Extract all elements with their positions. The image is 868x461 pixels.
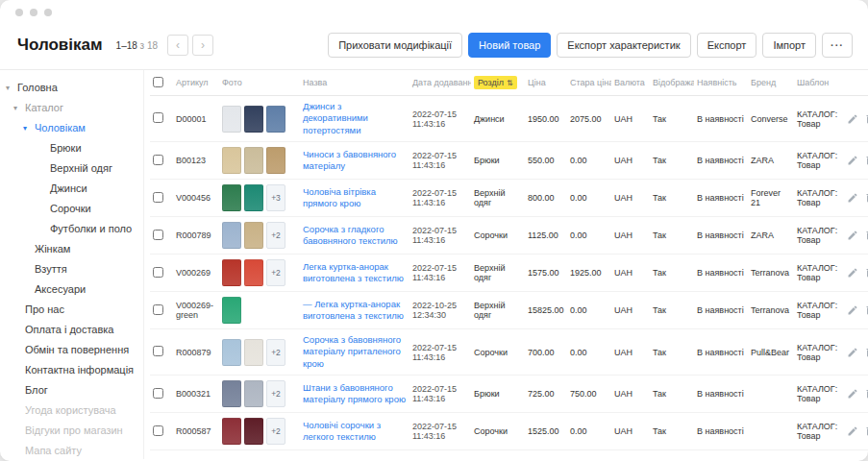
product-name-link[interactable]: Чоловіча вітрівка прямого крою (303, 186, 376, 208)
more-photos-badge[interactable]: +2 (266, 222, 285, 249)
row-checkbox[interactable] (153, 425, 163, 436)
sidebar-item-7[interactable]: Футболки и поло (0, 219, 143, 239)
product-thumbnail[interactable] (244, 184, 263, 211)
product-thumbnail[interactable] (222, 184, 241, 211)
section-sort-control[interactable]: Розділ ⇅ (474, 76, 517, 89)
col-header-old-price[interactable]: Стара ціна (567, 70, 611, 96)
more-photos-badge[interactable]: +2 (266, 259, 285, 286)
col-header-currency[interactable]: Валюта (611, 70, 650, 96)
sidebar-item-3[interactable]: Брюки (0, 138, 143, 158)
product-thumbnail[interactable] (222, 418, 241, 445)
row-checkbox[interactable] (153, 267, 163, 278)
row-checkbox[interactable] (153, 304, 163, 315)
row-checkbox[interactable] (153, 155, 163, 165)
sidebar-item-15[interactable]: Блог (0, 380, 143, 400)
product-thumbnail[interactable] (244, 222, 263, 249)
next-page-button[interactable]: › (192, 35, 213, 56)
chevron-down-icon[interactable]: ▾ (6, 78, 17, 98)
product-thumbnail[interactable] (222, 259, 241, 286)
sidebar-item-9[interactable]: Взуття (0, 259, 143, 279)
sidebar-item-6[interactable]: Сорочки (0, 199, 143, 219)
import-button[interactable]: Імпорт (762, 33, 816, 58)
sidebar-item-0[interactable]: ▾Головна (0, 78, 143, 98)
delete-icon[interactable] (864, 388, 868, 400)
col-header-availability[interactable]: Наявність (694, 70, 748, 96)
row-checkbox[interactable] (153, 192, 163, 203)
export-button[interactable]: Експорт (697, 33, 757, 58)
delete-icon[interactable] (864, 425, 868, 437)
col-header-display[interactable]: Відображати (650, 70, 694, 96)
sidebar-item-18[interactable]: Мапа сайту (0, 441, 143, 459)
chevron-down-icon[interactable]: ▾ (13, 98, 25, 118)
product-thumbnail[interactable] (222, 147, 241, 174)
more-actions-button[interactable]: ··· (822, 33, 853, 58)
product-name-link[interactable]: Штани з бавовняного матеріалу прямого кр… (303, 382, 406, 404)
sidebar-item-14[interactable]: Контактна інформація (0, 360, 143, 380)
product-name-link[interactable]: — Легка куртка-анорак виготовлена з текс… (303, 299, 404, 321)
delete-icon[interactable] (864, 230, 868, 241)
delete-icon[interactable] (864, 267, 868, 279)
row-checkbox[interactable] (153, 346, 163, 356)
delete-icon[interactable] (864, 155, 868, 166)
row-checkbox[interactable] (153, 230, 163, 240)
sidebar-item-1[interactable]: ▾Каталог (0, 98, 143, 118)
product-thumbnail[interactable] (222, 222, 241, 249)
product-thumbnail[interactable] (222, 380, 241, 407)
sidebar-item-4[interactable]: Верхній одяг (0, 158, 143, 179)
edit-icon[interactable] (847, 347, 858, 358)
select-all-checkbox[interactable] (153, 77, 163, 87)
edit-icon[interactable] (847, 155, 858, 166)
more-photos-badge[interactable]: +2 (266, 339, 285, 366)
product-name-link[interactable]: Сорочка з гладкого бавовняного текстилю (303, 224, 398, 246)
window-control-minimize[interactable] (30, 9, 37, 16)
product-name-link[interactable]: Чиноси з бавовняного матеріалу (303, 149, 396, 171)
delete-icon[interactable] (864, 304, 868, 316)
col-header-date[interactable]: Дата додавання (409, 70, 471, 96)
sidebar-item-10[interactable]: Аксесуари (0, 279, 143, 300)
delete-icon[interactable] (864, 113, 868, 125)
product-name-link[interactable]: Сорочка з бавовняного матеріалу притален… (303, 334, 401, 369)
window-control-close[interactable] (15, 9, 23, 16)
edit-icon[interactable] (847, 230, 858, 241)
product-thumbnail[interactable] (244, 259, 263, 286)
product-thumbnail[interactable] (222, 106, 241, 133)
col-header-template[interactable]: Шаблон (794, 70, 846, 96)
sidebar-item-17[interactable]: Відгуки про магазин (0, 421, 143, 441)
delete-icon[interactable] (864, 347, 868, 358)
col-header-price[interactable]: Ціна (525, 70, 567, 96)
product-thumbnail[interactable] (266, 106, 285, 133)
sidebar-item-13[interactable]: Обмін та повернення (0, 340, 143, 360)
product-name-link[interactable]: Джинси з декоративними потертостями (303, 101, 368, 135)
col-header-name[interactable]: Назва (300, 70, 409, 96)
edit-icon[interactable] (847, 388, 858, 400)
export-characteristics-button[interactable]: Експорт характеристик (557, 33, 690, 58)
more-photos-badge[interactable]: +2 (266, 380, 285, 407)
col-header-brand[interactable]: Бренд (748, 70, 794, 96)
col-header-sku[interactable]: Артикул (173, 70, 219, 96)
row-checkbox[interactable] (153, 112, 163, 123)
product-thumbnail[interactable] (244, 418, 263, 445)
product-thumbnail[interactable] (222, 339, 241, 366)
product-name-link[interactable]: Чоловічі сорочки з легкого текстилю (303, 420, 381, 442)
chevron-down-icon[interactable]: ▾ (23, 118, 35, 138)
sidebar-item-2[interactable]: ▾Чоловікам (0, 118, 143, 138)
edit-icon[interactable] (847, 304, 858, 316)
sidebar-item-11[interactable]: Про нас (0, 300, 143, 320)
edit-icon[interactable] (847, 425, 858, 437)
product-thumbnail[interactable] (244, 339, 263, 366)
edit-icon[interactable] (847, 192, 858, 204)
more-photos-badge[interactable]: +3 (266, 184, 285, 211)
delete-icon[interactable] (864, 192, 868, 204)
product-thumbnail[interactable] (244, 106, 263, 133)
product-thumbnail[interactable] (244, 147, 263, 174)
sidebar-item-16[interactable]: Угода користувача (0, 400, 143, 421)
sidebar-item-5[interactable]: Джинси (0, 179, 143, 199)
product-name-link[interactable]: Легка куртка-анорак виготовлена з тексти… (303, 261, 404, 283)
more-photos-badge[interactable]: +2 (266, 418, 285, 445)
product-thumbnail[interactable] (266, 147, 285, 174)
new-product-button[interactable]: Новий товар (468, 33, 551, 58)
row-checkbox[interactable] (153, 388, 163, 399)
edit-icon[interactable] (847, 113, 858, 125)
product-thumbnail[interactable] (244, 380, 263, 407)
hide-modifications-button[interactable]: Приховати модифікації (328, 33, 462, 58)
